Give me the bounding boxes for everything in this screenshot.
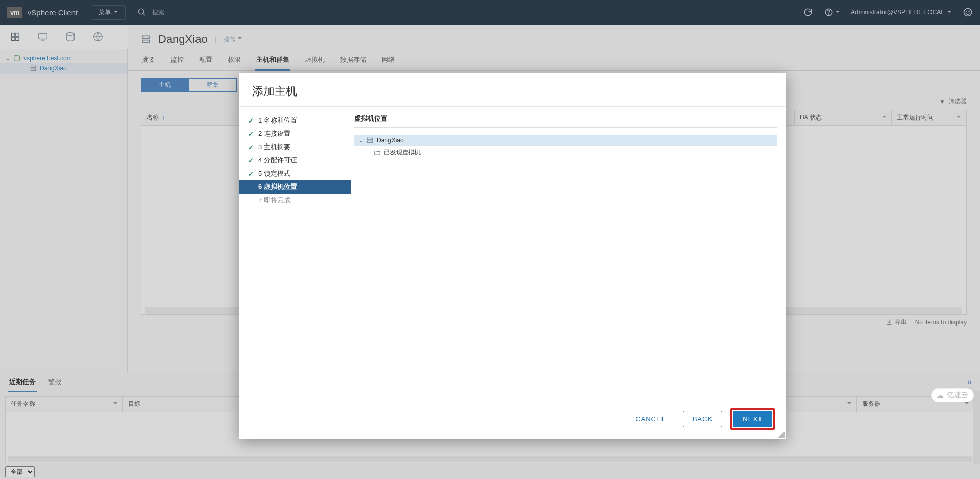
col-ha-state[interactable]: HA 状态 — [795, 110, 892, 125]
svg-rect-11 — [39, 33, 47, 39]
svg-rect-19 — [368, 138, 372, 140]
svg-rect-10 — [16, 37, 19, 40]
annotation-highlight: NEXT — [730, 408, 775, 430]
object-title: DangXiao — [158, 33, 208, 46]
svg-point-5 — [966, 11, 967, 12]
next-button[interactable]: NEXT — [733, 411, 772, 427]
tree-node-datacenter[interactable]: DangXiao — [0, 63, 127, 74]
user-label: Administrator@VSPHERE.LOCAL — [851, 9, 944, 16]
col-task-name[interactable]: 任务名称 — [6, 397, 123, 412]
resize-handle-icon[interactable] — [778, 432, 785, 438]
vmware-logo: vm — [7, 7, 22, 18]
location-node-datacenter[interactable]: ⌄ DangXiao — [354, 135, 777, 146]
global-search[interactable]: 搜索 — [137, 7, 164, 17]
menu-dropdown[interactable]: 菜单 — [91, 5, 126, 20]
tab-alarms[interactable]: 警报 — [47, 377, 62, 392]
tab-recent-tasks[interactable]: 近期任务 — [8, 377, 37, 392]
vertical-scrollbar[interactable] — [973, 391, 980, 464]
tree-node-vcenter[interactable]: ⌄ vsphere.best.com — [0, 53, 127, 63]
check-icon: ✓ — [248, 143, 254, 151]
search-icon — [137, 7, 147, 17]
svg-rect-17 — [142, 36, 149, 38]
svg-point-4 — [964, 9, 972, 16]
cloud-icon: ☁ — [937, 391, 944, 399]
hosts-view-icon[interactable] — [9, 31, 21, 43]
chevron-down-icon — [847, 401, 851, 408]
inventory-switcher — [0, 25, 128, 49]
caret-down-icon: ⌄ — [5, 55, 10, 62]
step-3[interactable]: ✓3 主机摘要 — [239, 140, 351, 154]
vms-view-icon[interactable] — [37, 31, 49, 43]
svg-point-3 — [829, 14, 829, 14]
add-host-dialog: 添加主机 ✓1 名称和位置 ✓2 连接设置 ✓3 主机摘要 ✓4 分配许可证 ✓… — [239, 73, 786, 439]
tab-config[interactable]: 配置 — [198, 52, 213, 70]
chevron-down-icon — [882, 114, 886, 122]
step-6[interactable]: 6 虚拟机位置 — [239, 180, 351, 194]
chevron-down-icon — [947, 9, 951, 16]
filter-label[interactable]: 筛选器 — [948, 97, 967, 106]
step-7: 7 即将完成 — [239, 194, 351, 207]
chevron-down-icon — [114, 9, 118, 16]
location-node-folder[interactable]: 已发现虚拟机 — [354, 146, 777, 159]
tab-vms[interactable]: 虚拟机 — [304, 52, 326, 70]
watermark: ☁ 亿速云 — [931, 388, 974, 402]
refresh-icon[interactable] — [803, 7, 813, 17]
step-5[interactable]: ✓5 锁定模式 — [239, 167, 351, 180]
back-button[interactable]: BACK — [683, 411, 722, 427]
tasks-filter-select[interactable]: 全部 — [5, 466, 35, 477]
actions-menu[interactable]: 操作 — [224, 35, 242, 44]
chevron-down-icon — [957, 114, 961, 122]
filter-icon[interactable]: ▼ — [939, 98, 945, 105]
horizontal-scrollbar[interactable] — [8, 456, 972, 462]
smiley-icon[interactable] — [963, 7, 973, 17]
help-dropdown[interactable] — [824, 8, 840, 17]
storage-view-icon[interactable] — [64, 31, 77, 43]
svg-rect-15 — [31, 66, 35, 68]
panel-title: 虚拟机位置 — [354, 114, 777, 128]
svg-rect-18 — [142, 40, 149, 43]
wizard-steps: ✓1 名称和位置 ✓2 连接设置 ✓3 主机摘要 ✓4 分配许可证 ✓5 锁定模… — [239, 107, 351, 399]
datacenter-icon — [30, 65, 37, 72]
check-icon: ✓ — [248, 130, 254, 138]
subtab-hosts[interactable]: 主机 — [141, 78, 189, 92]
check-icon: ✓ — [248, 157, 254, 164]
col-uptime[interactable]: 正常运行时间 — [892, 110, 966, 125]
tab-hosts-clusters[interactable]: 主机和群集 — [255, 52, 290, 71]
svg-point-12 — [67, 32, 75, 35]
check-icon: ✓ — [248, 170, 254, 178]
brand-title: vSphere Client — [28, 8, 78, 17]
svg-rect-9 — [12, 37, 15, 40]
tab-monitor[interactable]: 监控 — [169, 52, 185, 70]
user-dropdown[interactable]: Administrator@VSPHERE.LOCAL — [851, 9, 951, 16]
subtab-clusters[interactable]: 群集 — [189, 78, 237, 92]
top-bar: vm vSphere Client 菜单 搜索 Administrator@VS… — [0, 0, 980, 25]
svg-rect-8 — [16, 33, 19, 36]
step-2[interactable]: ✓2 连接设置 — [239, 127, 351, 140]
svg-point-0 — [138, 9, 144, 14]
menu-label: 菜单 — [99, 8, 111, 17]
tab-summary[interactable]: 摘要 — [141, 52, 156, 70]
chevron-down-icon — [113, 401, 117, 408]
tab-permissions[interactable]: 权限 — [227, 52, 242, 70]
tab-datastores[interactable]: 数据存储 — [339, 52, 368, 70]
cancel-button[interactable]: CANCEL — [626, 411, 675, 427]
sort-asc-icon: ↑ — [162, 114, 165, 122]
svg-rect-14 — [14, 56, 20, 61]
check-icon: ✓ — [248, 117, 254, 125]
tree-label: DangXiao — [40, 65, 67, 72]
svg-rect-16 — [31, 69, 35, 71]
tree-label: vsphere.best.com — [23, 55, 72, 62]
network-view-icon[interactable] — [92, 31, 104, 43]
step-4[interactable]: ✓4 分配许可证 — [239, 154, 351, 167]
wizard-panel: 虚拟机位置 ⌄ DangXiao 已发现虚拟机 — [351, 107, 786, 399]
tab-networks[interactable]: 网络 — [381, 52, 396, 70]
svg-rect-7 — [12, 33, 15, 36]
step-1[interactable]: ✓1 名称和位置 — [239, 114, 351, 127]
dialog-title: 添加主机 — [239, 73, 786, 107]
export-link[interactable]: 导出 — [886, 318, 907, 326]
folder-icon — [374, 149, 381, 156]
datacenter-icon — [366, 137, 374, 144]
chevron-down-icon — [836, 9, 840, 16]
chevron-down-icon — [238, 36, 242, 43]
dialog-footer: CANCEL BACK NEXT — [239, 399, 786, 439]
